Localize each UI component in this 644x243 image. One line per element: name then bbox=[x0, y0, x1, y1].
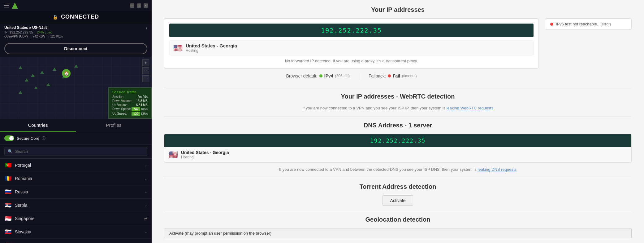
ip-type: Hosting bbox=[186, 48, 529, 53]
geo-activate-button[interactable]: Activate (may prompt an user permission … bbox=[164, 228, 632, 238]
ip-section-content: 192.252.222.35 🇺🇸 United States - Georgi… bbox=[164, 18, 632, 83]
dns-note: If you are now connected to a VPN and be… bbox=[164, 166, 632, 173]
vpn-node-2 bbox=[31, 74, 35, 77]
down-volume-row: Down Volume: 13.8 MB bbox=[112, 99, 148, 103]
geo-section-title: Geolocation detection bbox=[164, 216, 632, 223]
maximize-button[interactable]: □ bbox=[137, 3, 141, 8]
country-item[interactable]: 🇷🇴Romania⌄ bbox=[0, 172, 152, 185]
divider-4 bbox=[164, 211, 632, 211]
home-pin: 🏠 bbox=[62, 69, 71, 78]
country-item[interactable]: 🇷🇸Serbia⌄ bbox=[0, 199, 152, 212]
country-flag-icon: 🇷🇴 bbox=[4, 175, 12, 182]
search-wrapper: 🔍 bbox=[4, 147, 147, 156]
zoom-in-button[interactable]: + bbox=[142, 59, 149, 66]
disconnect-area: Disconnect bbox=[0, 41, 152, 57]
fallback-item: Fallback: Fail (timeout) bbox=[369, 73, 417, 78]
country-flag-icon: 🇸🇬 bbox=[4, 215, 12, 222]
tab-countries[interactable]: Countries bbox=[0, 119, 76, 132]
ipv6-error-detail: (error) bbox=[601, 22, 611, 26]
disconnect-button[interactable]: Disconnect bbox=[4, 43, 147, 54]
connection-status: CONNECTED bbox=[61, 14, 99, 20]
us-flag-icon: 🇺🇸 bbox=[173, 44, 183, 52]
server-protocol: OpenVPN (UDP) ↓ 742 KB/s ↑ 120 KB/s bbox=[4, 35, 146, 38]
session-traffic-panel: Session Traffic Session: 2m 29s Down Vol… bbox=[108, 87, 152, 119]
window-controls: — □ ✕ bbox=[130, 3, 148, 8]
map-controls: + − − bbox=[142, 59, 149, 82]
vpn-node-6 bbox=[53, 68, 56, 71]
minimize-button[interactable]: — bbox=[130, 3, 134, 8]
map-area: 🏠 + − − Session Traffic Session: 2m 29s … bbox=[0, 57, 152, 119]
ipv4-detail: (206 ms) bbox=[335, 74, 350, 78]
protocol-divider bbox=[359, 72, 359, 80]
country-item[interactable]: 🇸🇬Singapore⇌ bbox=[0, 212, 152, 225]
search-icon: 🔍 bbox=[8, 149, 13, 154]
dns-country: United States - Georgia bbox=[181, 150, 627, 155]
chevron-down-icon: ⌄ bbox=[144, 190, 147, 194]
secure-core-label: Secure Core bbox=[17, 136, 39, 141]
vpn-node-4 bbox=[25, 78, 28, 82]
lock-icon: 🔒 bbox=[53, 15, 58, 20]
dns-text: United States - Georgia Hosting bbox=[181, 150, 627, 159]
info-icon[interactable]: ⓘ bbox=[42, 136, 45, 141]
tab-bar: Countries Profiles bbox=[0, 119, 152, 132]
ip-main-col: 192.252.222.35 🇺🇸 United States - Georgi… bbox=[164, 18, 539, 83]
ip-country: United States - Georgia bbox=[186, 43, 529, 48]
expand-button[interactable]: ‹ bbox=[146, 25, 147, 30]
server-info: United States » US-NJ#5 IP: 192.252.222.… bbox=[0, 23, 152, 41]
country-name-label: Portugal bbox=[15, 163, 141, 168]
webrtc-text: If you are now connected to a VPN and yo… bbox=[164, 105, 632, 112]
country-list: 🇵🇹Portugal⌄🇷🇴Romania⌄🇷🇺Russia⌄🇷🇸Serbia⌄🇸… bbox=[0, 159, 152, 243]
search-input[interactable] bbox=[15, 149, 144, 154]
up-speed-badge: 120 bbox=[132, 112, 140, 116]
ip-display: 192.252.222.35 bbox=[169, 24, 534, 37]
server-load: 24% Load bbox=[37, 30, 52, 34]
country-item[interactable]: 🇿🇦South Africa⌄ bbox=[0, 239, 152, 243]
torrent-activate-button[interactable]: Activate bbox=[383, 195, 413, 206]
ipv4-dot bbox=[319, 74, 322, 77]
zoom-reset-button[interactable]: − bbox=[142, 75, 149, 82]
server-ip-value: 192.252.222.35 bbox=[10, 30, 33, 34]
ip-location-text: United States - Georgia Hosting bbox=[186, 43, 529, 53]
country-item[interactable]: 🇷🇺Russia⌄ bbox=[0, 185, 152, 199]
country-item[interactable]: 🇵🇹Portugal⌄ bbox=[0, 159, 152, 172]
secure-core-toggle[interactable] bbox=[4, 135, 14, 141]
vpn-logo bbox=[12, 2, 18, 9]
down-volume-value: 13.8 MB bbox=[136, 99, 148, 103]
down-speed-badge: 742 bbox=[132, 107, 140, 111]
zoom-out-button[interactable]: − bbox=[142, 67, 149, 74]
close-button[interactable]: ✕ bbox=[144, 3, 148, 8]
secure-core-bar: Secure Core ⓘ bbox=[0, 132, 152, 144]
dns-link[interactable]: leaking DNS requests bbox=[478, 167, 516, 172]
dns-us-flag-icon: 🇺🇸 bbox=[169, 150, 178, 159]
browser-default-item: Browser default: IPv4 (206 ms) bbox=[286, 73, 350, 78]
chevron-down-icon: ⌄ bbox=[144, 163, 147, 167]
vpn-node-5 bbox=[46, 83, 50, 86]
country-item[interactable]: 🇸🇰Slovakia⌄ bbox=[0, 225, 152, 239]
country-name-label: Serbia bbox=[15, 203, 141, 208]
vpn-node-9 bbox=[19, 91, 22, 94]
server-ip: IP: 192.252.222.35 24% Load bbox=[4, 30, 146, 34]
session-row: Session: 2m 29s bbox=[112, 95, 148, 99]
fail-dot bbox=[388, 74, 391, 77]
chevron-down-icon: ⌄ bbox=[144, 176, 147, 181]
menu-icon[interactable] bbox=[4, 4, 9, 7]
session-traffic-title: Session Traffic bbox=[112, 90, 148, 94]
vpn-node-8 bbox=[34, 86, 38, 89]
chevron-down-icon: ⌄ bbox=[144, 203, 147, 207]
ipv4-label: IPv4 bbox=[324, 73, 333, 78]
divider-1 bbox=[164, 88, 632, 88]
ip-card: 192.252.222.35 🇺🇸 United States - Georgi… bbox=[164, 18, 539, 68]
session-value: 2m 29s bbox=[137, 95, 148, 99]
tab-profiles[interactable]: Profiles bbox=[76, 119, 152, 132]
torrent-section-title: Torrent Address detection bbox=[164, 183, 632, 190]
country-name-label: Slovakia bbox=[15, 229, 141, 234]
down-speed-row: Down Speed: 742 KB/s bbox=[112, 107, 148, 111]
ip-location: 🇺🇸 United States - Georgia Hosting bbox=[169, 40, 534, 55]
dns-hosting: Hosting bbox=[181, 155, 627, 159]
ipv6-card: IPv6 test not reachable. (error) bbox=[545, 18, 632, 30]
vpn-node-10 bbox=[74, 64, 78, 68]
up-volume-row: Up Volume: 6.34 MB bbox=[112, 103, 148, 107]
webrtc-link[interactable]: leaking WebRTC requests bbox=[447, 106, 493, 110]
vpn-node-3 bbox=[40, 71, 44, 74]
fallback-label: Fallback: bbox=[369, 73, 386, 78]
